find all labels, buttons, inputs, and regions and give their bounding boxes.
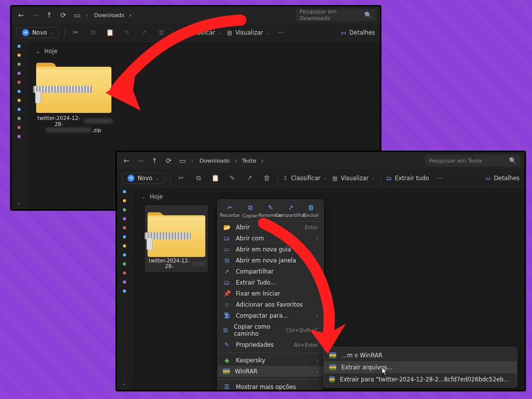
context-menu[interactable]: ✂ Recortar ⧉ Copiar ✎ Renomear ↗ Compart… [217,199,324,390]
chevron-down-icon: ⌄ [36,48,41,55]
explorer-window-bottom: ← → ↑ ⟳ ▭ › Downloads › Teste › Pesquisa… [115,151,526,391]
back-button[interactable]: ← [121,155,132,166]
forward-button[interactable]: → [30,10,41,21]
toolbar: + Novo ⌄ ✂ ⧉ 📋 ✎ ↗ 🗑 ↕ Classificar ⌄ ▦ V… [117,169,524,187]
breadcrumb[interactable]: Downloads › [94,12,293,19]
more-button[interactable]: ⋯ [434,172,446,184]
submenu-open-winrar[interactable]: …m o WinRAR [324,349,517,361]
copy-icon: ⧉ [248,204,252,212]
share-icon: ↗ [288,204,294,211]
delete-icon[interactable]: 🗑 [155,27,167,39]
copy-icon[interactable]: ⧉ [87,27,99,39]
search-placeholder: Pesquisar em Downloads [300,9,362,22]
refresh-button[interactable]: ⟳ [58,10,69,21]
sort-label: Classificar [186,29,215,36]
body-area: ⌄ ⌄ Hoje twitter-2024-12-28- [117,187,524,390]
breadcrumb-item[interactable]: Teste [242,158,256,164]
zip-folder-icon [36,60,111,115]
submenu-extract-files[interactable]: Extrair arquivos... [324,361,517,373]
delete-icon[interactable]: 🗑 [260,172,273,184]
share-icon[interactable]: ↗ [138,27,150,39]
details-button[interactable]: ▭ Detalhes [485,175,519,182]
sort-button[interactable]: ↕ Classificar ⌄ [283,175,327,182]
forward-button[interactable]: → [135,155,146,166]
ctx-open-with[interactable]: 🗂 Abrir com › [218,233,323,244]
zip-folder-icon [148,210,205,258]
plus-icon: + [22,29,29,36]
view-button[interactable]: ▦ Visualizar ⌄ [227,29,270,36]
ctx-add-favorites[interactable]: ☆ Adicionar aos Favoritos [218,299,323,310]
breadcrumb-item[interactable]: Downloads [94,12,124,19]
up-button[interactable]: ↑ [44,10,55,21]
cut-icon[interactable]: ✂ [175,172,187,184]
extract-all-button[interactable]: 🗂 Extrair tudo [386,175,429,182]
ctx-open-new-tab[interactable]: ▭ Abrir em nova guia [218,244,323,255]
compress-icon: 🗜 [223,312,231,319]
search-input[interactable]: Pesquisar em Downloads 🔍 [296,9,376,21]
new-button[interactable]: + Novo ⌄ [122,173,165,184]
ctx-compress[interactable]: 🗜 Compactar para... › [218,310,323,321]
monitor-icon[interactable]: ▭ [72,10,83,21]
ctx-copy-button[interactable]: ⧉ Copiar [241,204,260,218]
paste-icon[interactable]: 📋 [104,27,116,39]
new-label: Novo [32,29,47,36]
details-button[interactable]: ▭ Detalhes [341,29,375,36]
sidebar[interactable]: ⌄ [117,187,132,390]
extract-icon: 🗂 [223,279,231,286]
back-button[interactable]: ← [16,10,27,21]
sidebar-expand-icon[interactable]: ⌄ [122,380,126,386]
ctx-share[interactable]: ↗ Compartilhar [218,266,323,277]
ctx-properties[interactable]: ✎ Propriedades Alt+Enter [218,339,323,350]
kaspersky-icon: ◆ [223,357,231,364]
refresh-button[interactable]: ⟳ [163,155,174,166]
submenu-extract-to[interactable]: Extrair para "twitter-2024-12-28-2...8cf… [324,373,517,385]
ctx-delete-button[interactable]: 🗑 Excluir [302,204,321,218]
ctx-open-new-window[interactable]: ⧉ Abrir em nova janela [218,255,323,266]
monitor-icon[interactable]: ▭ [177,155,188,166]
new-button[interactable]: + Novo ⌄ [17,27,59,38]
chevron-down-icon: ⌄ [371,176,375,181]
ctx-copy-path[interactable]: ⧉ Copiar como caminho Ctrl+Shift+C [218,321,323,339]
sidebar-expand-icon[interactable]: ⌄ [17,200,21,205]
file-item-zip-selected[interactable]: twitter-2024-12-28- [145,205,208,272]
section-header[interactable]: ⌄ Hoje [141,193,516,200]
more-button[interactable]: ⋯ [275,27,287,39]
breadcrumb-item[interactable]: Downloads [199,158,229,164]
view-button[interactable]: ▦ Visualizar ⌄ [332,175,375,182]
ctx-extract-all[interactable]: 🗂 Extrair Tudo... [218,277,323,288]
ctx-open[interactable]: 📂 Abrir Enter [218,222,323,233]
content-area[interactable]: ⌄ Hoje twitter-2024-12-28- [132,187,524,390]
winrar-submenu[interactable]: …m o WinRAR Extrair arquivos... Extrair … [324,347,517,388]
context-top-row: ✂ Recortar ⧉ Copiar ✎ Renomear ↗ Compart… [218,202,323,222]
ctx-kaspersky[interactable]: ◆ Kaspersky › [218,355,323,366]
ctx-pin-start[interactable]: 📌 Fixar em Iniciar [218,288,323,299]
chevron-down-icon: ⌄ [50,30,54,35]
extract-all-label: Extrair tudo [395,175,429,182]
chevron-down-icon: ⌄ [155,176,159,181]
cut-icon[interactable]: ✂ [70,27,82,39]
rename-icon[interactable]: ✎ [121,27,133,39]
search-input[interactable]: Pesquisar em Teste 🔍 [425,155,520,167]
breadcrumb[interactable]: Downloads › Teste › [199,158,422,164]
plus-icon: + [127,175,135,182]
sort-button[interactable]: ↕ Classificar ⌄ [178,29,222,36]
ctx-more-options[interactable]: ☰ Mostrar mais opções [218,381,323,390]
paste-icon[interactable]: 📋 [209,172,221,184]
chevron-down-icon: ⌄ [218,30,222,35]
up-button[interactable]: ↑ [149,155,160,166]
section-header[interactable]: ⌄ Hoje [36,48,372,55]
share-icon[interactable]: ↗ [243,172,255,184]
window-icon: ⧉ [223,257,231,264]
ctx-winrar[interactable]: WinRAR › [218,366,323,377]
details-label: Detalhes [349,29,375,36]
copy-icon[interactable]: ⧉ [192,172,204,184]
rename-icon[interactable]: ✎ [226,172,238,184]
file-item-zip[interactable]: twitter-2024-12-28- .zip [35,60,112,133]
search-icon: 🔍 [509,157,516,164]
chevron-right-icon: › [261,158,263,164]
delete-icon: 🗑 [308,204,314,211]
ctx-share-button[interactable]: ↗ Compartilhar [281,204,300,218]
share-icon: ↗ [223,268,231,275]
ctx-cut-button[interactable]: ✂ Recortar [220,204,239,218]
sidebar[interactable]: ⌄ [12,42,27,209]
